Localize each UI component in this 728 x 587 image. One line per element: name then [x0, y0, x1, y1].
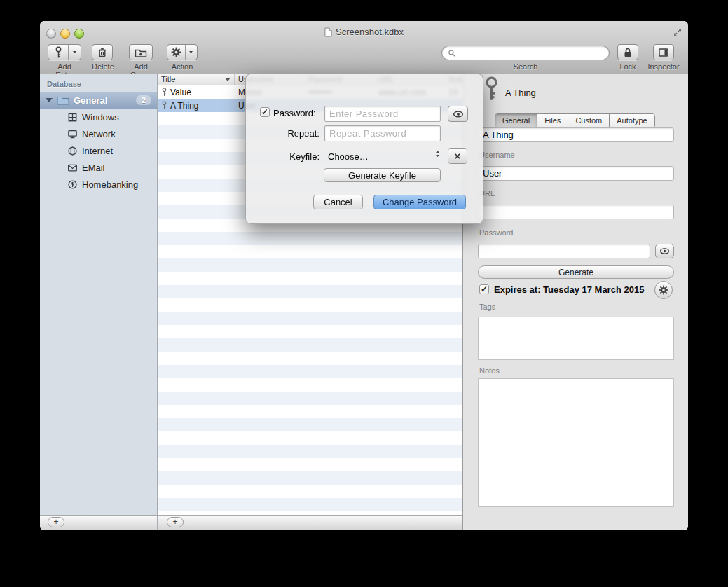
search-icon — [448, 49, 456, 57]
tags-field[interactable] — [478, 317, 674, 360]
close-window-button[interactable] — [46, 29, 56, 39]
clear-keyfile-button[interactable]: × — [448, 148, 467, 164]
url-field[interactable] — [478, 205, 674, 219]
empty-row — [158, 365, 462, 378]
expires-label: Expires at: Tuesday 17 March 2015 — [494, 284, 644, 295]
key-icon — [161, 88, 167, 97]
empty-row — [158, 232, 462, 245]
sidebar-item-internet[interactable]: Internet — [40, 142, 157, 159]
generate-password-button[interactable]: Generate — [478, 265, 674, 279]
add-entry-button[interactable] — [48, 44, 81, 60]
sidebar-group-general[interactable]: General 2 — [40, 92, 157, 109]
search-input[interactable] — [460, 48, 603, 59]
plus-icon: + — [53, 517, 58, 527]
empty-row — [158, 338, 462, 352]
empty-row — [158, 458, 462, 471]
chevron-down-icon[interactable] — [186, 45, 197, 60]
desktop: Screenshot.kdbx Add Entry Delete Add Gro — [0, 0, 728, 587]
title-field[interactable] — [478, 127, 674, 142]
inspector-entry-title: A Thing — [505, 88, 536, 98]
empty-row — [158, 272, 462, 285]
delete-button[interactable] — [92, 44, 113, 60]
inspector-divider — [463, 361, 688, 361]
folder-plus-icon — [135, 47, 147, 58]
empty-row — [158, 498, 462, 511]
lock-button[interactable] — [617, 44, 638, 60]
inspector-label: Inspector — [647, 62, 680, 71]
tab-general[interactable]: General — [495, 114, 537, 127]
popup-stepper-icon[interactable] — [434, 149, 441, 158]
minimize-window-button[interactable] — [60, 29, 70, 39]
expiry-options-button[interactable] — [654, 281, 673, 299]
folder-icon — [57, 95, 69, 105]
action-label: Action — [167, 62, 198, 71]
sidebar-item-network[interactable]: Network — [40, 125, 157, 142]
show-password-button[interactable] — [655, 244, 674, 258]
keyfile-popup-button[interactable]: Choose… — [328, 151, 369, 162]
close-icon: × — [455, 150, 461, 162]
empty-row — [158, 245, 462, 258]
username-label: Username — [479, 151, 515, 159]
fullscreen-icon[interactable] — [673, 27, 682, 37]
content-area: Database General 2 Windows Network — [40, 74, 688, 530]
tab-autotype[interactable]: Autotype — [610, 114, 654, 127]
empty-row — [158, 485, 462, 498]
dialog-repeat-label: Repeat: — [246, 128, 320, 139]
list-bottom-bar — [158, 515, 462, 530]
eye-icon — [659, 246, 670, 256]
dialog-show-password-button[interactable] — [448, 106, 468, 122]
action-button[interactable] — [167, 44, 198, 60]
add-group-plus-button[interactable]: + — [48, 517, 64, 527]
search-label: Search — [441, 62, 610, 71]
change-password-dialog: ✓ Password: Repeat: Keyfile: Choose… × G… — [245, 74, 483, 224]
expires-checkbox[interactable]: ✓ — [479, 284, 489, 294]
envelope-icon — [67, 163, 78, 173]
key-icon — [161, 101, 167, 110]
tab-files[interactable]: Files — [537, 114, 568, 127]
window-title: Screenshot.kdbx — [124, 26, 604, 38]
empty-row — [158, 285, 462, 298]
disclosure-triangle-icon[interactable] — [46, 98, 53, 102]
cancel-button[interactable]: Cancel — [313, 195, 363, 209]
column-header-title[interactable]: Title — [158, 74, 235, 85]
tags-label: Tags — [479, 303, 495, 311]
tab-custom[interactable]: Custom — [568, 114, 610, 127]
sidebar: Database General 2 Windows Network — [40, 74, 158, 515]
search-field[interactable] — [441, 46, 610, 60]
empty-row — [158, 258, 462, 272]
sidebar-group-label: General — [74, 95, 107, 106]
inspector-panel: A Thing General Files Custom Autotype Us… — [462, 74, 688, 530]
app-window: Screenshot.kdbx Add Entry Delete Add Gro — [40, 21, 688, 530]
username-field[interactable] — [478, 166, 674, 181]
add-group-button[interactable] — [129, 44, 153, 60]
empty-row — [158, 418, 462, 431]
chevron-down-icon[interactable] — [69, 45, 81, 60]
trash-icon — [97, 47, 108, 58]
dialog-password-label: Password: — [273, 108, 316, 118]
window-chrome: Screenshot.kdbx Add Entry Delete Add Gro — [40, 21, 688, 74]
change-password-button[interactable]: Change Password — [373, 195, 466, 209]
sidebar-item-homebanking[interactable]: Homebanking — [40, 176, 157, 193]
notes-field[interactable] — [478, 378, 674, 507]
zoom-window-button[interactable] — [74, 29, 84, 39]
sidebar-item-windows[interactable]: Windows — [40, 109, 157, 125]
add-entry-plus-button[interactable]: + — [167, 517, 184, 527]
inspector-toggle-button[interactable] — [653, 44, 674, 60]
password-label: Password — [479, 228, 513, 237]
coin-icon — [67, 179, 78, 190]
eye-icon — [453, 109, 464, 120]
password-checkbox[interactable]: ✓ — [260, 107, 270, 117]
empty-row — [158, 312, 462, 325]
dialog-password-input[interactable] — [324, 106, 441, 122]
dialog-repeat-input[interactable] — [324, 125, 441, 141]
notes-label: Notes — [479, 366, 500, 375]
key-icon — [483, 76, 500, 102]
sidebar-item-email[interactable]: EMail — [40, 159, 157, 176]
generate-keyfile-button[interactable]: Generate Keyfile — [324, 168, 441, 182]
empty-row — [158, 405, 462, 418]
empty-row — [158, 431, 462, 445]
empty-row — [158, 378, 462, 392]
empty-row — [158, 392, 462, 405]
lock-label: Lock — [617, 62, 638, 71]
password-field[interactable] — [478, 244, 650, 258]
